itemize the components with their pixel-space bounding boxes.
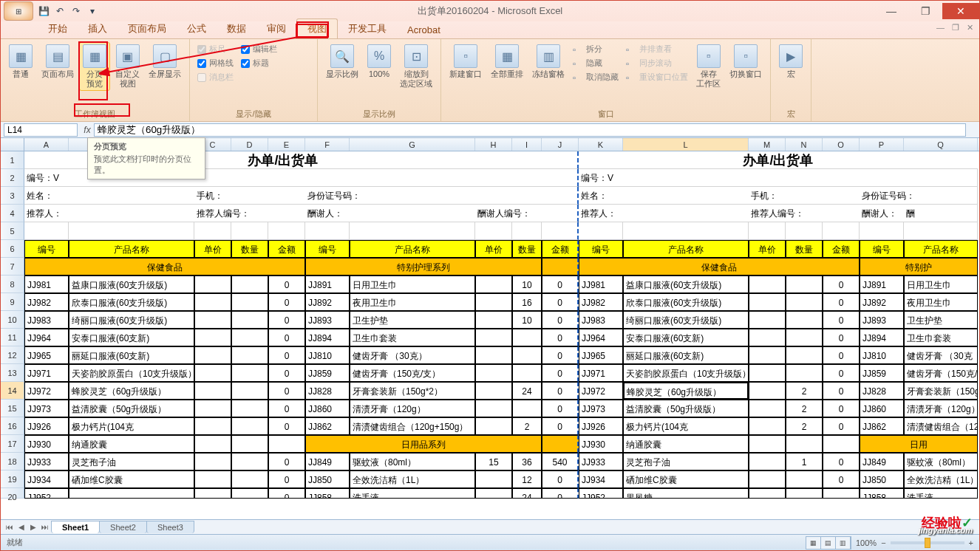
cell[interactable]: JJ933: [24, 453, 69, 470]
cell[interactable]: JJ926: [579, 417, 623, 435]
cell[interactable]: 1: [786, 453, 823, 470]
cell[interactable]: JJ973: [579, 400, 623, 417]
cell[interactable]: 酬谢人编号：: [475, 205, 542, 222]
cell[interactable]: 天姿韵胶原蛋白（10支升级版）: [623, 364, 749, 382]
cell[interactable]: JJ810: [860, 346, 904, 364]
cell[interactable]: 卫生巾套装: [904, 329, 978, 346]
cell[interactable]: JJ933: [579, 453, 623, 470]
cell[interactable]: 极力钙片(104克: [623, 417, 749, 435]
cell[interactable]: 硒加维C胶囊: [623, 470, 749, 488]
column-header[interactable]: N: [786, 138, 823, 151]
cell[interactable]: 0: [823, 364, 860, 382]
cell[interactable]: 安泰口服液(60支新): [623, 329, 749, 346]
cell[interactable]: JJ892: [860, 293, 904, 311]
cell[interactable]: 0: [268, 276, 305, 293]
cell[interactable]: [194, 470, 231, 488]
cell[interactable]: [268, 435, 305, 453]
cell[interactable]: 全效洗洁精（1L）: [350, 470, 475, 488]
cell[interactable]: [231, 488, 268, 499]
cell[interactable]: 清渍健齿组合（120g+: [904, 417, 978, 435]
cell[interactable]: [475, 382, 512, 400]
cell[interactable]: JJ964: [579, 329, 623, 346]
ribbon-button[interactable]: ▦普通: [5, 42, 36, 81]
cell[interactable]: [786, 346, 823, 364]
normal-view-icon[interactable]: ▦: [806, 537, 821, 549]
cell[interactable]: 0: [542, 364, 579, 382]
row-header[interactable]: 2: [1, 169, 24, 187]
cell[interactable]: [231, 329, 268, 346]
cell[interactable]: 姓名：: [24, 187, 69, 205]
cell[interactable]: 0: [542, 400, 579, 417]
cell[interactable]: [786, 329, 823, 346]
cell[interactable]: [194, 276, 231, 293]
save-icon[interactable]: 💾: [36, 4, 51, 18]
ribbon-tab[interactable]: 公式: [177, 19, 217, 38]
cell[interactable]: 欣泰口服液(60支升级版): [623, 293, 749, 311]
cell[interactable]: JJ810: [305, 346, 350, 364]
qat-more-icon[interactable]: ▾: [85, 4, 100, 18]
cell[interactable]: 驱蚊液（80ml）: [350, 453, 475, 470]
cell[interactable]: [268, 187, 305, 205]
cell[interactable]: [194, 417, 231, 435]
cell[interactable]: JJ850: [305, 470, 350, 488]
cell[interactable]: [786, 311, 823, 329]
ribbon-checkbox[interactable]: 编辑栏: [241, 44, 277, 55]
cell[interactable]: 数量: [231, 240, 268, 258]
cell[interactable]: [475, 364, 512, 382]
cell[interactable]: 特别护: [860, 258, 978, 276]
cell[interactable]: 0: [823, 417, 860, 435]
cell[interactable]: 0: [268, 382, 305, 400]
cell[interactable]: 0: [823, 400, 860, 417]
cell[interactable]: 健齿牙膏 （30克）: [350, 346, 475, 364]
cell[interactable]: [69, 222, 194, 240]
cell[interactable]: 0: [542, 417, 579, 435]
cell[interactable]: JJ859: [305, 364, 350, 382]
cell[interactable]: 洗手液: [350, 488, 475, 499]
cell[interactable]: JJ982: [579, 293, 623, 311]
cell[interactable]: [231, 435, 268, 453]
row-header[interactable]: 4: [1, 205, 24, 222]
sheet-tab[interactable]: Sheet3: [146, 521, 194, 533]
cell[interactable]: 日用品系列: [305, 435, 542, 453]
ribbon-button[interactable]: ▫切换窗口: [726, 42, 766, 81]
cell[interactable]: 牙膏套装新（150g*2）: [350, 382, 475, 400]
cell[interactable]: [231, 382, 268, 400]
cell[interactable]: 2: [786, 382, 823, 400]
cell[interactable]: 灵芝孢子油: [623, 453, 749, 470]
column-header[interactable]: F: [305, 138, 350, 151]
cell[interactable]: 2: [786, 400, 823, 417]
cell[interactable]: 丽延口服液(60支新): [623, 346, 749, 364]
cell[interactable]: 卫生护垫: [350, 311, 475, 329]
cell[interactable]: 绮丽口服液(60支升级版): [623, 311, 749, 329]
ribbon-button[interactable]: ▶宏: [775, 42, 806, 81]
cell[interactable]: 0: [268, 311, 305, 329]
cell[interactable]: 手机：: [749, 187, 823, 205]
cell[interactable]: 数量: [786, 240, 823, 258]
column-header[interactable]: J: [542, 138, 579, 151]
ribbon-button[interactable]: ⊡缩放到选定区域: [396, 42, 436, 91]
cell[interactable]: 0: [268, 417, 305, 435]
cell[interactable]: [749, 346, 786, 364]
cell[interactable]: [749, 222, 786, 240]
cell[interactable]: [823, 222, 860, 240]
cell[interactable]: 健齿牙膏（150克/支）: [350, 364, 475, 382]
cell[interactable]: [475, 417, 512, 435]
ribbon-button[interactable]: ▤页面布局: [38, 42, 78, 81]
cell[interactable]: [231, 276, 268, 293]
cell[interactable]: [475, 346, 512, 364]
row-header[interactable]: 13: [1, 364, 24, 382]
ribbon-small-button[interactable]: ▫隐藏: [573, 58, 619, 69]
cell[interactable]: 办单/出货单: [579, 151, 978, 169]
tab-nav-last-icon[interactable]: ⏭: [39, 523, 51, 531]
cell[interactable]: JJ849: [305, 453, 350, 470]
cell[interactable]: [512, 222, 542, 240]
column-header[interactable]: I: [512, 138, 542, 151]
cell[interactable]: [475, 187, 542, 205]
row-header[interactable]: 14: [1, 382, 24, 400]
row-header[interactable]: 6: [1, 240, 24, 258]
cell[interactable]: [749, 382, 786, 400]
cell[interactable]: 益康口服液(60支升级版): [623, 276, 749, 293]
formula-bar[interactable]: [94, 123, 966, 137]
cell[interactable]: JJ973: [24, 400, 69, 417]
cell[interactable]: 0: [823, 470, 860, 488]
